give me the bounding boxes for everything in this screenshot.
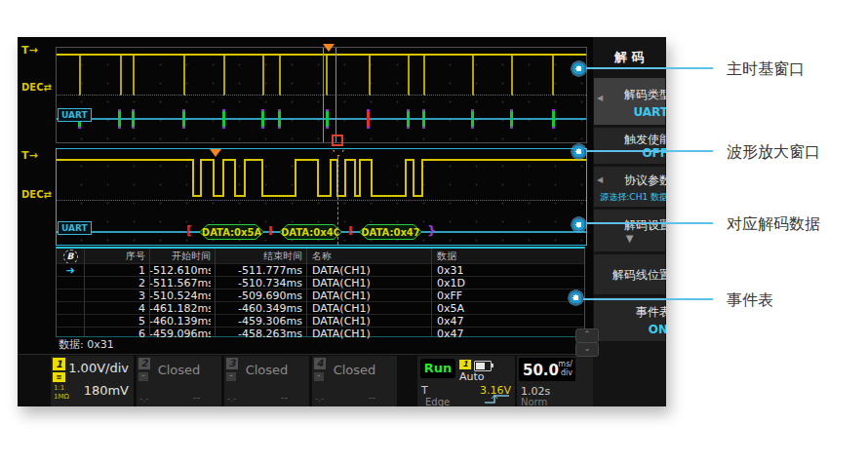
scroll-down-icon[interactable]: ⌄ [575,342,599,357]
ch2-dash: -.- [139,394,148,404]
timebase-scale-box: 50.0 ms/ div [519,358,575,381]
ch4-coupling-placeholder: - [314,372,324,381]
frame-mid-marker: I [268,223,273,239]
selected-data-readout: 数据: 0x31 [59,337,114,352]
annotation-line [586,222,713,224]
ch4-state: Closed [312,363,397,377]
menu-item-decode-line-position[interactable]: 解码线位置 [594,254,665,294]
ch2-dash: -- [193,392,200,403]
ch2-state: Closed [137,363,221,377]
trigger-status-block[interactable]: Run 1 Auto T 3.16V Edge [417,356,515,406]
run-state: Run [420,359,455,378]
trigger-position-label-zoom: T→ [21,149,38,162]
dec-bus-label: DEC⇄ [21,82,52,93]
oscilloscope-screen: T→ DEC⇄ T→ DEC⇄ UART [18,37,666,406]
ch4-dash: -- [369,392,375,403]
uart-bus-tag[interactable]: UART [58,108,92,122]
chevron-down-icon: ▼ [594,233,665,244]
timebase-unit-top: ms/ [558,360,572,368]
dec-baseline [57,95,586,96]
table-row[interactable]: 2 -511.567ms -510.734ms DATA(CH1) 0x1D [57,276,584,289]
trigger-source-badge: 1 [459,360,471,369]
acquisition-mode: Norm [521,397,547,406]
ch1-volts-per-div: 1.00V/div [68,361,129,375]
ch4-dash: -.- [315,394,324,404]
table-row[interactable]: 6 -459.096ms -458.263ms DATA(CH1) 0x47 [57,327,584,340]
annotation-line [586,150,713,152]
table-row[interactable]: 4 -461.182ms -460.349ms DATA(CH1) 0x5A [57,301,584,315]
menu-item-label: 解码类型 [594,87,666,103]
ch3-dash: -.- [227,394,236,404]
uart-decode-line [57,118,586,120]
dec-bus-label-zoom: DEC⇄ [21,189,52,200]
trigger-type: Edge [425,397,450,406]
cell-name: DATA(CH1) [308,328,431,340]
page: T→ DEC⇄ T→ DEC⇄ UART [0,0,868,463]
channel-4-block[interactable]: 4 Closed - -.- -- [312,356,397,406]
col-header-name: 名称 [308,249,431,263]
dec-arrow-icon: ⇄ [43,82,51,93]
main-timebase-window: UART [56,47,587,143]
channel-1-block[interactable]: 1 ≡ 1:1 1MΩ 1.00V/div 180mV [51,356,134,406]
waveform-zoom-window: UART [ DATA:0x5A I DATA:0x4C I DATA:0x47… [56,148,587,246]
frame-start-marker: [ [186,223,192,239]
channel-1-badge: 1 [53,358,65,370]
table-row[interactable]: ➜ 1 -512.610ms -511.777ms DATA(CH1) 0x31 [57,263,584,277]
trigger-mode: Auto [459,370,485,383]
trigger-marker-icon[interactable] [210,149,221,157]
edge-slope-icon [484,394,511,405]
probe-ratio: 1:1 [54,384,64,392]
ch1-offset: 180mV [84,383,129,398]
callout-dot-event-table [568,289,584,306]
table-row[interactable]: 3 -510.524ms -509.690ms DATA(CH1) 0xFF [57,289,584,302]
annotation-line [583,298,713,300]
annotation-zoom-window: 波形放大窗口 [727,142,820,163]
menu-title: 解 码 [593,49,666,66]
callout-dot-main-window [571,60,587,77]
trigger-t-label: T [421,384,428,397]
zoom-region-band[interactable] [323,48,336,142]
decode-bubble: DATA:0x47 [359,224,422,240]
channel-3-block[interactable]: 3 Closed - -.- -- [224,356,309,406]
menu-item-protocol-params[interactable]: ◀ 协议参数 源选择:CH1 数据 [594,167,665,207]
channel-2-block[interactable]: 2 Closed - -.- -- [137,356,221,406]
table-row[interactable]: 5 -460.139ms -459.306ms DATA(CH1) 0x47 [57,314,584,328]
menu-item-value: OFF [594,146,666,160]
menu-item-event-table[interactable]: 事件表 ON [594,297,665,341]
trigger-marker-icon[interactable] [323,44,335,52]
trigger-arrow-icon: → [29,149,38,162]
coupling-icon: ≡ [53,372,65,382]
menu-item-decode-type[interactable]: ◀ 解码类型 UART [594,78,665,125]
event-table: B 序号 开始时间 结束时间 名称 数据 ➜ 1 -512.610ms -511… [56,247,585,337]
event-table-header: B 序号 开始时间 结束时间 名称 数据 [57,249,584,263]
menu-item-value: 源选择:CH1 数据 [594,191,666,204]
ch2-coupling-placeholder: - [138,372,148,381]
uart-bus-tag[interactable]: UART [58,221,92,235]
col-header-end: 结束时间 [215,249,302,263]
ch3-dash: -- [281,392,288,403]
impedance: 1MΩ [54,393,69,401]
frame-end-marker: } [427,223,436,239]
col-header-start: 开始时间 [149,249,211,263]
col-header-num: 序号 [84,249,145,263]
ch3-coupling-placeholder: - [226,372,236,381]
menu-item-decode-settings[interactable]: 解码设置 ▼ [594,210,665,251]
trigger-cursor-square-icon [332,135,343,146]
status-bar: ZLG® 1 ≡ 1:1 1MΩ 1.00V/div 180mV 2 Close… [18,354,666,406]
trigger-position-label: T→ [21,44,38,57]
menu-item-label: 解码线位置 [594,267,666,284]
annotation-decode-data: 对应解码数据 [727,214,820,235]
timebase-scale: 50.0 [523,362,559,379]
callout-dot-zoom-window [571,143,587,160]
decode-bubble: DATA:0x5A [199,224,264,240]
menu-item-label: 事件表 [594,304,666,321]
cursor-dashed-line [337,157,338,245]
scroll-up-icon[interactable]: ⌃ [575,328,599,343]
menu-item-value: ON [594,323,666,336]
cell-end: -458.263ms [215,328,302,340]
callout-dot-decode-data [571,216,587,233]
menu-item-trigger-enable[interactable]: 触发使能 OFF [594,128,665,164]
dec-baseline [57,200,586,201]
annotation-main-window: 主时基窗口 [727,59,805,80]
ch3-state: Closed [224,363,309,377]
